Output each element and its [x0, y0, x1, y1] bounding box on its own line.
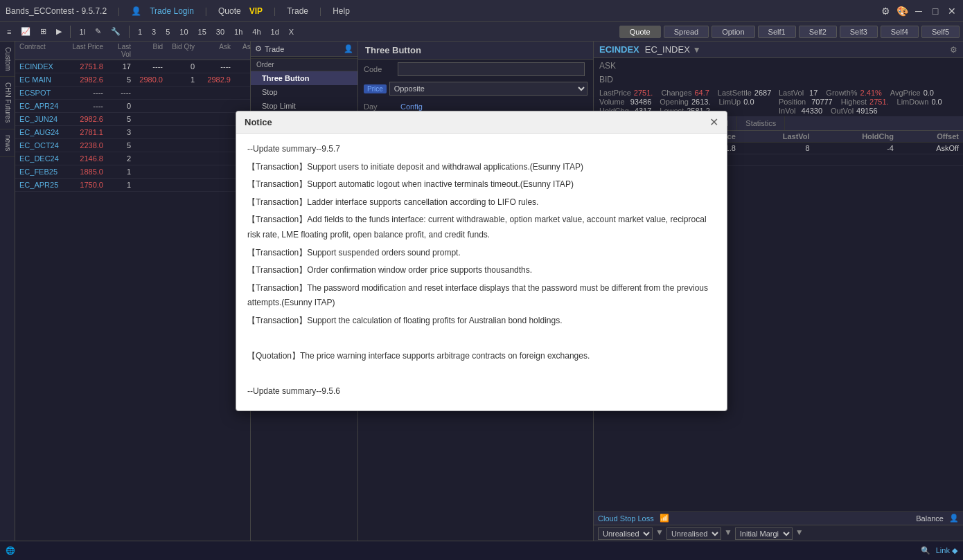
initial-margin-select[interactable]: Initial Margi	[735, 527, 793, 540]
dropdown-arrow[interactable]: ▼	[693, 45, 701, 55]
bid: 2980.0	[133, 73, 165, 86]
tf-4h[interactable]: 4h	[248, 26, 265, 37]
tf-1[interactable]: 1	[134, 26, 146, 37]
tf-5[interactable]: 5	[161, 26, 174, 37]
notice-line-8: 【Transaction】The password modification a…	[247, 281, 716, 311]
price-select[interactable]: Opposite Last Ask Bid Market	[389, 82, 587, 96]
stat-lastvol: LastVol 17 Growth% 2.41% AvgPrice 0.0	[779, 89, 957, 97]
col-last-price: Last Price	[69, 43, 105, 58]
menu-btn[interactable]: ≡	[3, 26, 15, 37]
contract-panel: Contract Last Price Last Vol Bid Bid Qty…	[15, 42, 251, 560]
sidebar-tab-custom[interactable]: Custom	[0, 42, 15, 77]
sidebar-tab-news[interactable]: news	[0, 129, 15, 157]
tab-self1[interactable]: Self1	[758, 26, 796, 38]
table-row[interactable]: EC_JUN24 2982.6 5	[15, 113, 250, 126]
minimize-btn[interactable]: ─	[913, 6, 924, 17]
table-row[interactable]: EC_OCT24 2238.0 5	[15, 139, 250, 152]
notice-line-9: 【Transaction】Support the calculation of …	[247, 314, 716, 329]
last-price: 2982.6	[69, 73, 105, 86]
table-row[interactable]: ECINDEX 2751.8 17 ---- 0 ---- 0 93486 64…	[15, 60, 250, 73]
table-row[interactable]: EC_DEC24 2146.8 2	[15, 152, 250, 165]
unrealised-select-1[interactable]: Unrealised	[598, 527, 653, 540]
grid-btn[interactable]: ⊞	[36, 26, 51, 37]
table-row[interactable]: EC_AUG24 2781.1 3	[15, 126, 250, 139]
table-row[interactable]: EC_APR24 ---- 0	[15, 100, 250, 113]
sidebar-item-three-button[interactable]: Three Button	[251, 71, 357, 85]
sidebar-tab-chn[interactable]: CHN Futures	[0, 77, 15, 129]
tick-holdchg	[814, 154, 898, 166]
quote-label[interactable]: Quote	[218, 6, 241, 16]
code-input[interactable]	[398, 62, 585, 76]
pen-btn[interactable]: ✎	[91, 26, 105, 37]
tf-10[interactable]: 10	[175, 26, 192, 37]
last-vol: 1	[105, 165, 133, 178]
tool-btn[interactable]: 🔧	[107, 26, 125, 37]
bid-qty	[165, 126, 197, 138]
last-vol: 5	[105, 73, 133, 86]
unrealised-select-2[interactable]: Unrealised	[666, 527, 721, 540]
col-bid: Bid	[133, 43, 165, 58]
col-lastvol: LastVol	[740, 131, 814, 143]
trade-label[interactable]: Trade	[287, 6, 308, 16]
last-vol: 5	[105, 113, 133, 125]
contract-name: EC_DEC24	[15, 152, 69, 165]
ask	[197, 165, 233, 178]
tab-self2[interactable]: Self2	[799, 26, 837, 38]
maximize-btn[interactable]: □	[930, 6, 941, 17]
bid	[133, 113, 165, 125]
search-icon[interactable]: 🔍	[921, 546, 930, 555]
contract-name: EC_APR25	[15, 179, 69, 191]
cloud-stop-title: Cloud Stop Loss	[598, 514, 654, 523]
tick-offset: AskOff	[898, 143, 963, 154]
contract-name: ECINDEX	[15, 60, 69, 73]
theme-icon[interactable]: 🎨	[896, 6, 908, 17]
title-bar: Bands_ECContest - 9.5.7.2 | 👤 Trade Logi…	[0, 0, 963, 22]
bar-btn[interactable]: 1l	[75, 26, 89, 37]
notice-close-btn[interactable]: ✕	[709, 116, 718, 129]
tf-x[interactable]: X	[285, 26, 298, 37]
tab-self3[interactable]: Self3	[840, 26, 878, 38]
dropdown-1: ▼	[655, 527, 664, 540]
settings-icon[interactable]: ⚙	[880, 6, 891, 17]
notice-title: Notice	[245, 117, 272, 127]
market-subtitle: EC_INDEX	[645, 44, 690, 55]
tab-statistics[interactable]: Statistics	[737, 116, 785, 130]
play-btn[interactable]: ▶	[52, 26, 66, 37]
trade-login[interactable]: Trade Login	[150, 6, 194, 16]
table-row[interactable]: EC_FEB25 1885.0 1	[15, 165, 250, 179]
settings-icon[interactable]: ⚙	[950, 45, 957, 55]
section-header-order: Order	[251, 58, 357, 71]
tab-quote[interactable]: Quote	[619, 26, 661, 38]
person-icon: 👤	[131, 6, 141, 16]
help-label[interactable]: Help	[333, 6, 350, 16]
last-price: 1885.0	[69, 165, 105, 178]
table-row[interactable]: ECSPOT ---- ----	[15, 87, 250, 100]
sidebar-item-stop[interactable]: Stop	[251, 85, 357, 99]
chart-btn[interactable]: 📈	[17, 26, 35, 37]
close-btn[interactable]: ✕	[946, 6, 957, 17]
bid-qty	[165, 179, 197, 191]
last-price: 1750.0	[69, 179, 105, 191]
tf-30[interactable]: 30	[212, 26, 229, 37]
price-badge[interactable]: Price	[364, 84, 387, 93]
last-vol: 0	[105, 100, 133, 112]
table-row[interactable]: EC_APR25 1750.0 1	[15, 179, 250, 192]
tab-option[interactable]: Option	[712, 26, 754, 38]
bid	[133, 152, 165, 165]
tf-1h[interactable]: 1h	[230, 26, 247, 37]
contract-name: EC_JUN24	[15, 113, 69, 125]
table-row[interactable]: EC MAIN 2982.6 5 2980.0 1 2982.9 23 4641…	[15, 73, 250, 87]
tab-spread[interactable]: Spread	[664, 26, 709, 38]
bid: ----	[133, 60, 165, 73]
separator-2	[129, 26, 130, 38]
tf-3[interactable]: 3	[148, 26, 160, 37]
tab-self5[interactable]: Self5	[921, 26, 960, 38]
bid-qty	[165, 100, 197, 112]
tick-lastvol: 8	[740, 143, 814, 154]
ask	[197, 179, 233, 191]
status-bar: 🌐 🔍 Link ◆	[0, 541, 963, 560]
tf-1d[interactable]: 1d	[267, 26, 283, 37]
ask	[197, 113, 233, 125]
tab-self4[interactable]: Self4	[881, 26, 919, 38]
tf-15[interactable]: 15	[194, 26, 211, 37]
